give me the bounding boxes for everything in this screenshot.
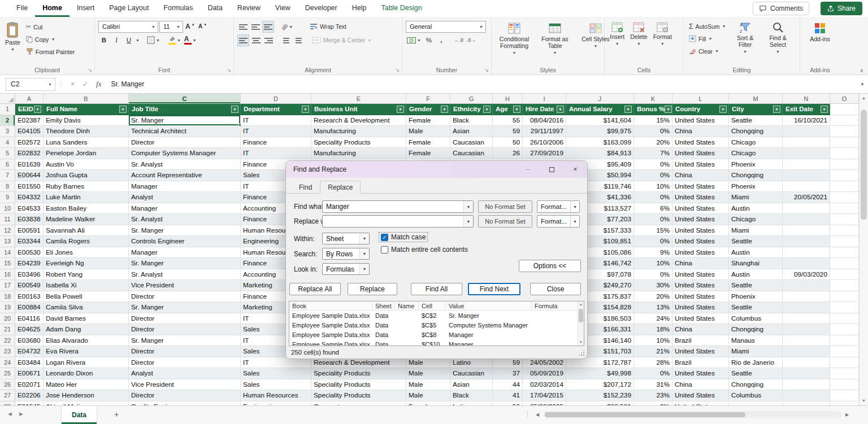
result-row[interactable]: Employee Sample Data.xlsxData$C$5Compute… bbox=[289, 320, 584, 330]
autosum-button[interactable]: Σ AutoSum ▼ bbox=[687, 20, 728, 32]
find-select-button[interactable]: Find & Select ▼ bbox=[763, 20, 793, 65]
row-header-2[interactable]: 2 bbox=[0, 115, 15, 126]
cell-C4[interactable]: Director bbox=[129, 137, 241, 148]
row-header-16[interactable]: 16 bbox=[0, 269, 15, 281]
cell-B28[interactable]: Abigail Mejia bbox=[44, 401, 129, 406]
cell-A17[interactable]: E00549 bbox=[15, 280, 44, 291]
cell-M16[interactable]: Austin bbox=[729, 269, 783, 281]
cell-B2[interactable]: Emily Davis bbox=[44, 115, 129, 126]
cell-N10[interactable] bbox=[783, 203, 830, 215]
cell-G4[interactable]: Caucasian bbox=[450, 137, 493, 148]
cell-C16[interactable]: Sr. Analyst bbox=[129, 269, 241, 281]
cell-N27[interactable] bbox=[783, 390, 830, 401]
paste-button[interactable]: Paste ▼ bbox=[3, 20, 22, 65]
font-size-combo[interactable]: 11 ▼ bbox=[159, 21, 183, 33]
column-header-J[interactable]: J bbox=[566, 94, 634, 103]
scroll-up-icon[interactable]: ▲ bbox=[860, 94, 868, 103]
cell-G3[interactable]: Asian bbox=[450, 126, 493, 137]
cell-G25[interactable]: Caucasian bbox=[450, 368, 493, 379]
cell-E25[interactable]: Speciality Products bbox=[311, 368, 406, 379]
cell-N12[interactable] bbox=[783, 225, 830, 237]
column-header-H[interactable]: H bbox=[493, 94, 523, 103]
find-next-button[interactable]: Find Next bbox=[468, 283, 520, 295]
cell-H26[interactable]: 44 bbox=[493, 379, 523, 391]
cell-G5[interactable]: Caucasian bbox=[450, 148, 493, 159]
cell-L27[interactable]: United States bbox=[672, 390, 729, 401]
ribbon-tab-view[interactable]: View bbox=[268, 0, 298, 17]
cell-H25[interactable]: 37 bbox=[493, 368, 523, 379]
row-header-1[interactable]: 1 bbox=[0, 104, 15, 115]
cell-B10[interactable]: Easton Bailey bbox=[44, 203, 129, 215]
conditional-formatting-button[interactable]: Conditional Formatting ▼ bbox=[495, 20, 533, 65]
column-header-G[interactable]: G bbox=[450, 94, 493, 103]
cell-M28[interactable] bbox=[729, 401, 783, 406]
cell-H4[interactable]: 50 bbox=[493, 137, 523, 148]
filter-button[interactable]: ▼ bbox=[302, 106, 309, 113]
row-header-23[interactable]: 23 bbox=[0, 346, 15, 357]
accounting-format-button[interactable]: ▼ bbox=[406, 34, 422, 46]
cell-N28[interactable] bbox=[783, 401, 830, 406]
cell-B24[interactable]: Logan Rivera bbox=[44, 357, 129, 369]
cell-O21[interactable] bbox=[830, 324, 859, 335]
fill-handle[interactable] bbox=[238, 124, 241, 126]
cell-J27[interactable]: $152,239 bbox=[566, 390, 634, 401]
cell-A13[interactable]: E03344 bbox=[15, 236, 44, 247]
replace-all-button[interactable]: Replace All bbox=[289, 283, 341, 295]
cell-L21[interactable]: China bbox=[672, 324, 729, 335]
cell-K28[interactable]: 0% bbox=[634, 401, 672, 406]
cell-K11[interactable]: 0% bbox=[634, 214, 672, 225]
cell-K18[interactable]: 20% bbox=[634, 291, 672, 303]
cancel-icon[interactable]: × bbox=[67, 80, 79, 88]
cell-N13[interactable] bbox=[783, 236, 830, 247]
filter-button[interactable]: ▼ bbox=[513, 106, 520, 113]
cell-K19[interactable]: 13% bbox=[634, 302, 672, 313]
minimize-button[interactable]: – bbox=[516, 161, 540, 178]
cell-O10[interactable] bbox=[830, 203, 859, 215]
cell-A18[interactable]: E00163 bbox=[15, 291, 44, 303]
cell-B7[interactable]: Joshua Gupta bbox=[44, 170, 129, 181]
cell-M4[interactable]: Chicago bbox=[729, 137, 783, 148]
chevron-down-icon[interactable]: ▼ bbox=[136, 38, 140, 42]
ribbon-tab-insert[interactable]: Insert bbox=[70, 0, 102, 17]
results-column-book[interactable]: Book bbox=[289, 301, 372, 310]
cell-O22[interactable] bbox=[830, 335, 859, 347]
cell-C7[interactable]: Account Representative bbox=[129, 170, 241, 181]
cell-C18[interactable]: Director bbox=[129, 291, 241, 303]
cell-E2[interactable]: Research & Development bbox=[311, 115, 406, 126]
filter-button[interactable]: ▼ bbox=[773, 106, 780, 113]
cell-H28[interactable]: 56 bbox=[493, 401, 523, 406]
cell-B16[interactable]: Robert Yang bbox=[44, 269, 129, 281]
cell-O11[interactable] bbox=[830, 214, 859, 225]
cell-L15[interactable]: China bbox=[672, 258, 729, 269]
replace-format-button[interactable]: Format... ▼ bbox=[537, 215, 580, 228]
cell-A8[interactable]: E01550 bbox=[15, 181, 44, 193]
increase-decimal-button[interactable]: ←.0 bbox=[453, 34, 465, 46]
row-header-15[interactable]: 15 bbox=[0, 258, 15, 269]
hscroll-right-icon[interactable]: ▶ bbox=[845, 412, 849, 417]
maximize-button[interactable] bbox=[540, 161, 563, 178]
cell-M11[interactable]: Chicago bbox=[729, 214, 783, 225]
sheet-tab-data[interactable]: Data bbox=[61, 406, 97, 424]
cell-G27[interactable]: Black bbox=[450, 390, 493, 401]
cell-C15[interactable]: Sr. Manger bbox=[129, 258, 241, 269]
underline-button[interactable]: U bbox=[123, 34, 134, 46]
cell-B6[interactable]: Austin Vo bbox=[44, 159, 129, 171]
cell-C17[interactable]: Vice President bbox=[129, 280, 241, 291]
cell-O27[interactable] bbox=[830, 390, 859, 401]
filter-button[interactable]: ▼ bbox=[441, 106, 448, 113]
cell-C11[interactable]: Sr. Analyst bbox=[129, 214, 241, 225]
cell-L4[interactable]: United States bbox=[672, 137, 729, 148]
results-column-sheet[interactable]: Sheet bbox=[372, 301, 395, 310]
cell-K23[interactable]: 21% bbox=[634, 346, 672, 357]
match-entire-checkbox[interactable]: Match entire cell contents bbox=[379, 245, 470, 254]
cell-C23[interactable]: Director bbox=[129, 346, 241, 357]
row-header-26[interactable]: 26 bbox=[0, 379, 15, 391]
cell-K26[interactable]: 31% bbox=[634, 379, 672, 391]
cell-K24[interactable]: 28% bbox=[634, 357, 672, 369]
cell-B25[interactable]: Leonardo Dixon bbox=[44, 368, 129, 379]
number-dialog-launcher[interactable]: ↘ bbox=[484, 68, 489, 73]
share-button[interactable]: Share bbox=[821, 2, 862, 15]
clipboard-dialog-launcher[interactable]: ↘ bbox=[88, 68, 92, 73]
cell-M26[interactable]: Chongqing bbox=[729, 379, 783, 391]
format-painter-button[interactable]: Format Painter bbox=[24, 46, 76, 58]
